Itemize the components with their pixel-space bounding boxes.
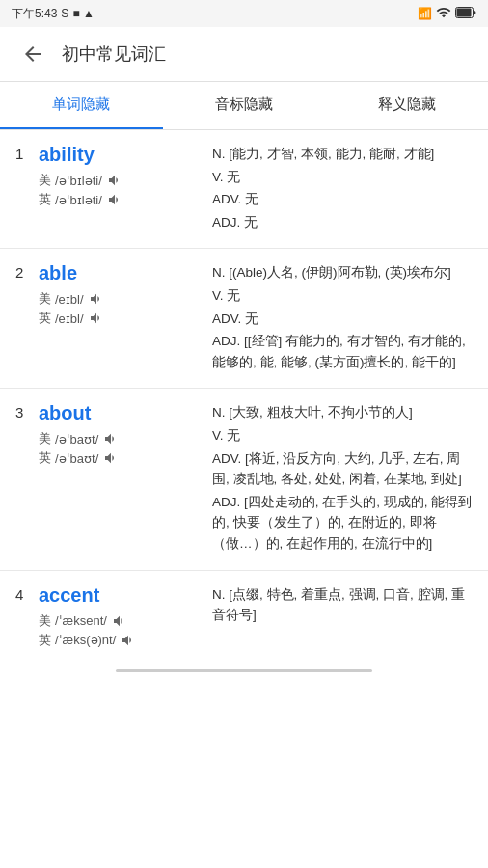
- phonetic-region: 美: [39, 290, 51, 308]
- entry-number: 3: [15, 402, 39, 556]
- phonetic-text: /ˈæksent/: [55, 613, 107, 628]
- speaker-icon[interactable]: [106, 172, 123, 189]
- entry-left: ability美/əˈbɪləti/英/əˈbɪləti/: [39, 144, 212, 234]
- entry-definitions: N. [(Able)人名, (伊朗)阿布勒, (英)埃布尔]V. 无ADV. 无…: [212, 262, 473, 374]
- entry-left: about美/əˈbaʊt/英/əˈbaʊt/: [39, 402, 212, 556]
- signal-icon: 📶: [418, 7, 432, 20]
- definition-row: ADJ. 无: [212, 212, 473, 233]
- entry-left: able美/eɪbl/英/eɪbl/: [39, 262, 212, 374]
- speaker-icon[interactable]: [106, 191, 123, 208]
- phonetic-text: /əˈbɪləti/: [55, 174, 102, 188]
- tab-bar: 单词隐藏 音标隐藏 释义隐藏: [0, 82, 488, 130]
- entry-word: about: [39, 402, 212, 424]
- svg-rect-1: [457, 8, 472, 16]
- back-button[interactable]: [15, 37, 50, 71]
- phonetic-text: /əˈbɪləti/: [55, 193, 102, 207]
- phonetic-row: 英/ˈæks(ə)nt/: [39, 632, 212, 649]
- phonetic-row: 美/eɪbl/: [39, 290, 212, 308]
- word-entry: 3about美/əˈbaʊt/英/əˈbaʊt/N. [大致, 粗枝大叶, 不拘…: [0, 389, 488, 570]
- entry-number: 2: [15, 262, 39, 374]
- entry-word: able: [39, 262, 212, 285]
- phonetic-text: /əˈbaʊt/: [55, 451, 98, 466]
- status-s-icon: S: [61, 7, 68, 20]
- phonetic-region: 英: [39, 449, 51, 467]
- phonetic-row: 英/eɪbl/: [39, 310, 212, 327]
- word-entry: 4accent美/ˈæksent/英/ˈæks(ə)nt/N. [点缀, 特色,…: [0, 571, 488, 665]
- entry-word: ability: [39, 144, 212, 166]
- wifi-icon: [436, 5, 451, 23]
- phonetic-region: 英: [39, 632, 51, 649]
- word-list: 1ability美/əˈbɪləti/英/əˈbɪləti/N. [能力, 才智…: [0, 130, 488, 665]
- definition-row: N. [点缀, 特色, 着重点, 强调, 口音, 腔调, 重音符号]: [212, 584, 473, 626]
- phonetic-text: /eɪbl/: [55, 292, 84, 307]
- speaker-icon[interactable]: [111, 612, 128, 630]
- status-left: 下午5:43 S ■ ▲: [12, 6, 95, 22]
- entry-number: 4: [15, 584, 39, 651]
- speaker-icon[interactable]: [102, 430, 120, 448]
- status-bar: 下午5:43 S ■ ▲ 📶: [0, 0, 488, 27]
- speaker-icon[interactable]: [120, 632, 137, 649]
- status-icons: ■ ▲: [72, 7, 94, 20]
- definition-row: V. 无: [212, 425, 473, 447]
- status-right: 📶: [418, 5, 476, 23]
- definition-row: N. [大致, 粗枝大叶, 不拘小节的人]: [212, 402, 473, 423]
- phonetic-row: 美/əˈbaʊt/: [39, 430, 212, 448]
- tab-phonetic-hide[interactable]: 音标隐藏: [163, 82, 326, 129]
- definition-row: ADV. [将近, 沿反方向, 大约, 几乎, 左右, 周围, 凌乱地, 各处,…: [212, 448, 473, 490]
- phonetic-row: 美/ˈæksent/: [39, 612, 212, 630]
- definition-row: ADV. 无: [212, 189, 473, 210]
- entry-number: 1: [15, 144, 39, 234]
- speaker-icon[interactable]: [88, 290, 105, 308]
- tab-word-hide[interactable]: 单词隐藏: [0, 82, 163, 129]
- definition-row: ADV. 无: [212, 309, 473, 330]
- speaker-icon[interactable]: [102, 449, 120, 467]
- phonetic-text: /ˈæks(ə)nt/: [55, 633, 116, 647]
- entry-definitions: N. [大致, 粗枝大叶, 不拘小节的人]V. 无ADV. [将近, 沿反方向,…: [212, 402, 473, 556]
- word-entry: 2able美/eɪbl/英/eɪbl/N. [(Able)人名, (伊朗)阿布勒…: [0, 249, 488, 389]
- definition-row: N. [(Able)人名, (伊朗)阿布勒, (英)埃布尔]: [212, 262, 473, 284]
- phonetic-row: 英/əˈbaʊt/: [39, 449, 212, 467]
- entry-left: accent美/ˈæksent/英/ˈæks(ə)nt/: [39, 584, 212, 651]
- phonetic-region: 英: [39, 191, 51, 208]
- definition-row: V. 无: [212, 285, 473, 307]
- definition-row: V. 无: [212, 167, 473, 188]
- word-entry: 1ability美/əˈbɪləti/英/əˈbɪləti/N. [能力, 才智…: [0, 130, 488, 249]
- phonetic-region: 美: [39, 612, 51, 630]
- battery-icon: [455, 7, 476, 21]
- speaker-icon[interactable]: [88, 310, 105, 327]
- phonetic-text: /eɪbl/: [55, 312, 84, 326]
- entry-definitions: N. [能力, 才智, 本领, 能力, 能耐, 才能]V. 无ADV. 无ADJ…: [212, 144, 473, 234]
- status-time: 下午5:43: [12, 6, 57, 22]
- phonetic-row: 英/əˈbɪləti/: [39, 191, 212, 208]
- scrollbar[interactable]: [116, 669, 372, 672]
- definition-row: N. [能力, 才智, 本领, 能力, 能耐, 才能]: [212, 144, 473, 165]
- entry-definitions: N. [点缀, 特色, 着重点, 强调, 口音, 腔调, 重音符号]: [212, 584, 473, 651]
- header-title: 初中常见词汇: [62, 42, 166, 66]
- entry-word: accent: [39, 584, 212, 607]
- definition-row: ADJ. [四处走动的, 在手头的, 现成的, 能得到的, 快要（发生了）的, …: [212, 492, 473, 555]
- phonetic-text: /əˈbaʊt/: [55, 432, 98, 447]
- phonetic-region: 美: [39, 430, 51, 448]
- phonetic-row: 美/əˈbɪləti/: [39, 172, 212, 189]
- definition-row: ADJ. [[经管] 有能力的, 有才智的, 有才能的, 能够的, 能, 能够,…: [212, 331, 473, 372]
- tab-meaning-hide[interactable]: 释义隐藏: [325, 82, 488, 129]
- header: 初中常见词汇: [0, 27, 488, 82]
- phonetic-region: 美: [39, 172, 51, 189]
- phonetic-region: 英: [39, 310, 51, 327]
